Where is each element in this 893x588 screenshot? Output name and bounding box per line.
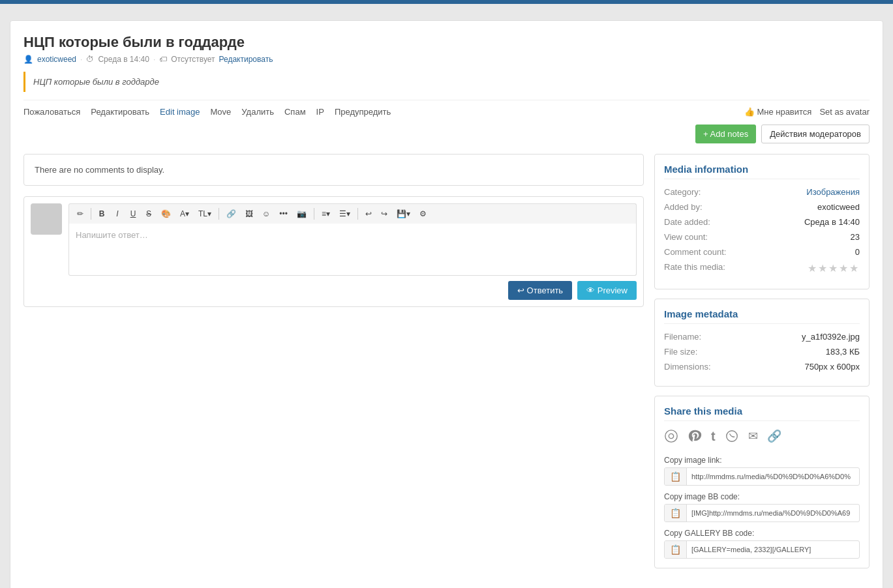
author-icon: 👤 [23, 55, 33, 64]
copy-bb-code-button[interactable]: 📋 [665, 505, 687, 522]
whatsapp-icon[interactable] [725, 429, 739, 447]
toolbar-undo-button[interactable]: ↩ [361, 207, 376, 221]
editor-toolbar: ✏ B I U S 🎨 A▾ TL▾ 🔗 🖼 ☺ [68, 203, 637, 224]
link-share-icon[interactable]: 🔗 [767, 429, 781, 447]
action-report[interactable]: Пожаловаться [23, 107, 80, 117]
toolbar-fontsize-button[interactable]: A▾ [176, 207, 193, 221]
post-quote: НЦП которые были в годдарде [23, 72, 870, 92]
media-category-value: Изображения [806, 187, 860, 197]
action-bar: Пожаловаться Редактировать Edit image Mo… [23, 100, 870, 117]
reddit-icon[interactable] [664, 429, 678, 447]
toolbar-strikethrough-button[interactable]: S [142, 207, 156, 221]
tag-icon: 🏷 [159, 55, 167, 64]
mod-actions-button[interactable]: Действия модераторов [761, 125, 870, 143]
email-icon[interactable]: ✉ [748, 429, 758, 447]
time-icon: ⏱ [86, 55, 94, 64]
editor-placeholder: Напишите ответ… [76, 230, 148, 240]
media-rate-label: Rate this media: [664, 262, 725, 274]
media-author-row: Added by: exoticweed [664, 202, 860, 212]
add-notes-button[interactable]: + Add notes [695, 125, 756, 143]
toolbar-redo-button[interactable]: ↪ [377, 207, 391, 221]
toolbar-link-button[interactable]: 🔗 [222, 207, 240, 221]
media-info-section: Media information Category: Изображения … [654, 154, 870, 289]
avatar [31, 203, 62, 235]
like-link[interactable]: 👍 Мне нравится [744, 107, 812, 117]
copy-image-link-field: 📋 [664, 467, 860, 486]
toolbar-more-button[interactable]: ••• [275, 207, 292, 221]
media-comments-value: 0 [855, 247, 860, 257]
action-move[interactable]: Move [211, 107, 232, 117]
toolbar-underline-button[interactable]: U [126, 207, 140, 221]
toolbar-camera-button[interactable]: 📷 [293, 207, 310, 221]
quote-text: НЦП которые были в годдарде [33, 77, 159, 87]
media-comments-row: Comment count: 0 [664, 247, 860, 257]
media-category-link[interactable]: Изображения [806, 187, 860, 197]
media-views-value: 23 [851, 232, 860, 242]
toolbar-save-button[interactable]: 💾▾ [393, 207, 414, 221]
share-title: Share this media [664, 405, 860, 421]
action-spam[interactable]: Спам [284, 107, 306, 117]
main-card: НЦП которые были в годдарде 👤 exoticweed… [10, 20, 883, 588]
editor-footer: ↩ Ответить 👁 Preview [68, 281, 637, 300]
action-delete[interactable]: Удалить [241, 107, 274, 117]
post-meta: 👤 exoticweed · ⏱ Среда в 14:40 · 🏷 Отсут… [23, 55, 870, 64]
media-views-row: View count: 23 [664, 232, 860, 242]
copy-image-link-label: Copy image link: [664, 456, 860, 465]
copy-gallery-code-button[interactable]: 📋 [665, 541, 687, 558]
media-info-title: Media information [664, 164, 860, 179]
toolbar-pen-button[interactable]: ✏ [73, 207, 87, 221]
toolbar-settings-button[interactable]: ⚙ [416, 207, 431, 221]
media-category-row: Category: Изображения [664, 187, 860, 197]
author-link[interactable]: exoticweed [37, 55, 76, 64]
reply-box: ✏ B I U S 🎨 A▾ TL▾ 🔗 🖼 ☺ [23, 196, 644, 307]
editor-content[interactable]: Напишите ответ… [68, 224, 637, 276]
dimensions-value: 750px x 600px [804, 362, 860, 372]
image-meta-title: Image metadata [664, 308, 860, 324]
copy-bb-code-input[interactable] [687, 506, 859, 520]
action-links: Пожаловаться Редактировать Edit image Mo… [23, 107, 391, 117]
set-avatar-link[interactable]: Set as avatar [819, 107, 870, 117]
action-right: 👍 Мне нравится Set as avatar [744, 107, 870, 117]
filename-value: y_a1f0392e.jpg [802, 332, 860, 342]
main-col: There are no comments to display. ✏ B I … [23, 154, 644, 578]
copy-gallery-code-group: Copy GALLERY BB code: 📋 [664, 529, 860, 559]
image-meta-section: Image metadata Filename: y_a1f0392e.jpg … [654, 299, 870, 387]
copy-gallery-code-field: 📋 [664, 540, 860, 559]
toolbar-sep-1 [91, 208, 91, 220]
copy-bb-code-label: Copy image BB code: [664, 492, 860, 501]
toolbar-align-button[interactable]: ≡▾ [318, 207, 334, 221]
reply-button[interactable]: ↩ Ответить [508, 281, 572, 300]
toolbar-color-button[interactable]: 🎨 [157, 207, 175, 221]
copy-gallery-code-input[interactable] [687, 542, 859, 557]
toolbar-list-button[interactable]: ☰▾ [335, 207, 354, 221]
svg-point-1 [669, 434, 673, 438]
toolbar-bold-button[interactable]: B [95, 207, 109, 221]
media-date-label: Date added: [664, 217, 710, 227]
action-edit[interactable]: Редактировать [91, 107, 149, 117]
copy-bb-code-group: Copy image BB code: 📋 [664, 492, 860, 522]
toolbar-textlevel-button[interactable]: TL▾ [194, 207, 215, 221]
toolbar-sep-2 [219, 208, 219, 220]
toolbar-image-button[interactable]: 🖼 [241, 207, 257, 221]
preview-button[interactable]: 👁 Preview [577, 281, 637, 300]
action-warn[interactable]: Предупредить [335, 107, 391, 117]
media-stars[interactable]: ★★★★★ [808, 262, 860, 274]
post-title: НЦП которые были в годдарде [23, 34, 870, 51]
copy-image-link-button[interactable]: 📋 [665, 468, 687, 485]
share-section: Share this media t ✉ 🔗 [654, 396, 870, 568]
mod-bar: + Add notes Действия модераторов [23, 125, 870, 143]
action-ip[interactable]: IP [316, 107, 324, 117]
toolbar-emoji-button[interactable]: ☺ [258, 207, 274, 221]
copy-bb-code-field: 📋 [664, 504, 860, 522]
pinterest-icon[interactable] [688, 429, 702, 447]
share-icons: t ✉ 🔗 [664, 429, 860, 447]
copy-image-link-input[interactable] [687, 469, 859, 484]
filesize-value: 183,3 КБ [826, 347, 860, 357]
edit-meta-link[interactable]: Редактировать [219, 55, 273, 64]
tumblr-icon[interactable]: t [711, 429, 716, 447]
filename-row: Filename: y_a1f0392e.jpg [664, 332, 860, 342]
toolbar-italic-button[interactable]: I [110, 207, 125, 221]
toolbar-sep-4 [357, 208, 358, 220]
comments-empty-text: There are no comments to display. [35, 165, 164, 175]
action-edit-image[interactable]: Edit image [160, 107, 200, 117]
